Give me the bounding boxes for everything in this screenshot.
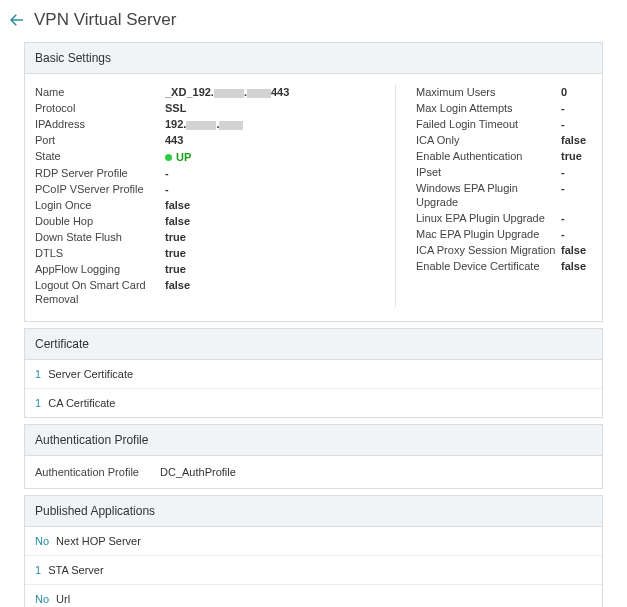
list-item-count: No (35, 535, 49, 547)
kv-value: false (165, 278, 395, 306)
kv-value: - (561, 165, 592, 179)
back-arrow-icon[interactable] (8, 11, 26, 29)
kv-row: DTLStrue (35, 245, 395, 261)
list-item[interactable]: No Next HOP Server (25, 527, 602, 555)
masked-segment (214, 89, 244, 98)
kv-row: PCoIP VServer Profile- (35, 181, 395, 197)
kv-value: true (165, 262, 395, 276)
kv-row: IPset- (416, 164, 592, 180)
kv-label: DTLS (35, 246, 165, 260)
kv-value: - (165, 182, 395, 196)
kv-label: Enable Device Certificate (416, 259, 561, 273)
kv-label: IPset (416, 165, 561, 179)
kv-row: Name_XD_192..443 (35, 84, 395, 100)
panel-published-apps: Published Applications No Next HOP Serve… (24, 495, 603, 607)
kv-value: false (165, 198, 395, 212)
list-item[interactable]: 1 CA Certificate (25, 388, 602, 417)
kv-row: ICA Onlyfalse (416, 132, 592, 148)
auth-profile-row[interactable]: Authentication Profile DC_AuthProfile (25, 456, 602, 488)
kv-label: Max Login Attempts (416, 101, 561, 115)
kv-label: Maximum Users (416, 85, 561, 99)
panel-auth-profile: Authentication Profile Authentication Pr… (24, 424, 603, 489)
kv-value: - (561, 227, 592, 241)
kv-label: IPAddress (35, 117, 165, 131)
kv-label: Login Once (35, 198, 165, 212)
kv-label: Windows EPA Plugin Upgrade (416, 181, 561, 209)
kv-row: Down State Flushtrue (35, 229, 395, 245)
kv-value: false (561, 259, 592, 273)
list-item-count: 1 (35, 368, 41, 380)
status-text: UP (176, 150, 191, 164)
kv-row: Login Oncefalse (35, 197, 395, 213)
panel-basic-settings: Basic Settings Name_XD_192..443ProtocolS… (24, 42, 603, 322)
list-item-text: Next HOP Server (53, 535, 141, 547)
masked-segment (186, 121, 216, 130)
kv-value: SSL (165, 101, 395, 115)
kv-label: Logout On Smart Card Removal (35, 278, 165, 306)
kv-row: ProtocolSSL (35, 100, 395, 116)
list-item-text: CA Certificate (45, 397, 115, 409)
kv-row: Double Hopfalse (35, 213, 395, 229)
kv-row: Mac EPA Plugin Upgrade- (416, 226, 592, 242)
kv-row: Logout On Smart Card Removalfalse (35, 277, 395, 307)
kv-value: _XD_192..443 (165, 85, 395, 99)
kv-label: ICA Proxy Session Migration (416, 243, 561, 257)
list-item-count: No (35, 593, 49, 605)
kv-row: IPAddress192.. (35, 116, 395, 132)
kv-value: - (561, 117, 592, 131)
kv-value: UP (165, 149, 395, 164)
kv-label: Port (35, 133, 165, 147)
kv-value: true (561, 149, 592, 163)
list-item-count: 1 (35, 564, 41, 576)
list-item-text: Server Certificate (45, 368, 133, 380)
kv-label: Down State Flush (35, 230, 165, 244)
kv-label: PCoIP VServer Profile (35, 182, 165, 196)
kv-label: Failed Login Timeout (416, 117, 561, 131)
auth-profile-value: DC_AuthProfile (160, 466, 236, 478)
kv-row: Max Login Attempts- (416, 100, 592, 116)
kv-label: Enable Authentication (416, 149, 561, 163)
panel-certificate: Certificate 1 Server Certificate1 CA Cer… (24, 328, 603, 418)
kv-label: AppFlow Logging (35, 262, 165, 276)
kv-value: true (165, 230, 395, 244)
kv-row: ICA Proxy Session Migrationfalse (416, 242, 592, 258)
kv-value: - (165, 166, 395, 180)
kv-row: Windows EPA Plugin Upgrade- (416, 180, 592, 210)
kv-value: - (561, 181, 592, 209)
list-item[interactable]: 1 Server Certificate (25, 360, 602, 388)
kv-row: RDP Server Profile- (35, 165, 395, 181)
kv-row: StateUP (35, 148, 395, 165)
panel-header-certificate[interactable]: Certificate (25, 329, 602, 360)
masked-segment (247, 89, 271, 98)
list-item-text: STA Server (45, 564, 103, 576)
list-item-text: Url (53, 593, 70, 605)
kv-value: false (165, 214, 395, 228)
kv-row: Enable Authenticationtrue (416, 148, 592, 164)
panel-header-published[interactable]: Published Applications (25, 496, 602, 527)
list-item-count: 1 (35, 397, 41, 409)
kv-label: Protocol (35, 101, 165, 115)
list-item[interactable]: No Url (25, 584, 602, 607)
kv-label: RDP Server Profile (35, 166, 165, 180)
panel-header-basic[interactable]: Basic Settings (25, 43, 602, 74)
kv-row: Failed Login Timeout- (416, 116, 592, 132)
kv-label: Double Hop (35, 214, 165, 228)
kv-value: - (561, 101, 592, 115)
kv-value: false (561, 133, 592, 147)
kv-value: 192.. (165, 117, 395, 131)
panel-header-auth[interactable]: Authentication Profile (25, 425, 602, 456)
kv-row: AppFlow Loggingtrue (35, 261, 395, 277)
kv-value: - (561, 211, 592, 225)
page-title: VPN Virtual Server (34, 10, 176, 30)
auth-profile-label: Authentication Profile (35, 466, 139, 478)
kv-label: ICA Only (416, 133, 561, 147)
kv-value: true (165, 246, 395, 260)
kv-value: false (561, 243, 592, 257)
kv-row: Enable Device Certificatefalse (416, 258, 592, 274)
kv-row: Port443 (35, 132, 395, 148)
kv-label: Mac EPA Plugin Upgrade (416, 227, 561, 241)
kv-row: Maximum Users0 (416, 84, 592, 100)
list-item[interactable]: 1 STA Server (25, 555, 602, 584)
kv-label: State (35, 149, 165, 164)
kv-row: Linux EPA Plugin Upgrade- (416, 210, 592, 226)
